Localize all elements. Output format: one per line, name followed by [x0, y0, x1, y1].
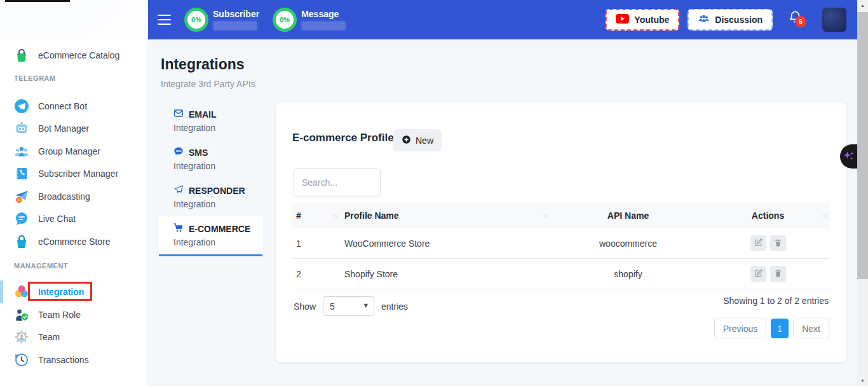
sidebar-item-connect-bot[interactable]: Connect Bot	[0, 95, 147, 118]
history-clock-icon	[14, 352, 29, 368]
sidebar-item-broadcasting[interactable]: Broadcasting	[0, 185, 147, 208]
sidebar-item-transactions[interactable]: Transactions	[0, 348, 147, 371]
message-count-redacted	[301, 21, 346, 31]
trash-icon	[774, 269, 782, 279]
new-button-label: New	[416, 135, 433, 146]
table-row: 1 WooCommerce Store woocommerce	[292, 228, 830, 259]
table-header-row: #↑↓ Profile Name↑↓ API Name Actions↑↓	[292, 203, 830, 228]
current-page-button[interactable]: 1	[771, 319, 789, 338]
sidebar-section-management: MANAGEMENT	[0, 254, 147, 277]
tab-email-integration[interactable]: EMAIL Integration	[159, 102, 262, 140]
showing-entries-text: Showing 1 to 2 of 2 entries	[723, 296, 829, 306]
users-icon	[698, 13, 710, 27]
sidebar-item-integration[interactable]: Integration	[0, 281, 147, 304]
sort-icon[interactable]: ↑↓	[543, 212, 546, 219]
sidebar-item-label: eCommerce Catalog	[38, 50, 119, 60]
sidebar-item-label: Integration	[38, 287, 84, 297]
subscriber-count-redacted	[213, 21, 257, 31]
page-title: Integrations	[161, 56, 245, 73]
vertical-scrollbar[interactable]: ▲ ▼	[857, 0, 868, 386]
trash-icon	[774, 238, 782, 249]
column-header-num[interactable]: #↑↓	[292, 203, 341, 228]
page-subtitle: Integrate 3rd Party APIs	[161, 79, 255, 89]
sidebar-logo-area	[0, 0, 147, 39]
integration-subnav: EMAIL Integration SMS SMS Integration RE…	[159, 102, 262, 256]
broadcast-plane-icon	[14, 189, 29, 204]
sidebar-item-live-chat[interactable]: Live Chat	[0, 208, 147, 231]
sidebar-item-ecommerce-store[interactable]: eCommerce Store	[0, 230, 147, 253]
gear-person-icon	[14, 329, 29, 345]
column-header-profile-name[interactable]: Profile Name↑↓	[341, 203, 550, 228]
shopping-bag-green-icon	[14, 48, 29, 63]
previous-page-button[interactable]: Previous	[714, 319, 766, 338]
sidebar-item-team[interactable]: Team	[0, 326, 147, 349]
sidebar-item-group-manager[interactable]: Group Manager	[0, 140, 147, 163]
delete-button[interactable]	[770, 266, 786, 282]
envelope-icon	[173, 108, 184, 121]
edit-button[interactable]	[750, 266, 766, 282]
page-size-control: Show 5 ▼ entries	[294, 296, 408, 316]
column-header-api-name[interactable]: API Name	[550, 203, 706, 228]
sidebar-item-label: Bot Manager	[38, 123, 89, 134]
sidebar-item-ecommerce-catalog[interactable]: eCommerce Catalog	[0, 44, 147, 67]
tab-label: RESPONDER	[189, 185, 245, 197]
message-label: Message	[301, 9, 346, 20]
edit-button[interactable]	[750, 235, 766, 251]
sidebar-item-team-role[interactable]: Team Role	[0, 303, 147, 326]
message-progress-circle: 0%	[273, 8, 297, 32]
tab-sublabel: Integration	[173, 122, 262, 134]
profile-name-cell: WooCommerce Store	[341, 228, 550, 258]
tab-sublabel: Integration	[173, 160, 262, 172]
new-profile-button[interactable]: New	[393, 129, 442, 151]
scrollbar-thumb[interactable]	[857, 12, 868, 279]
sidebar-item-label: Connect Bot	[38, 101, 87, 111]
sidebar-item-subscriber-manager[interactable]: Subscriber Manager	[0, 163, 147, 186]
shopping-bag-blue-icon	[14, 234, 29, 249]
plus-circle-icon	[402, 135, 411, 146]
sidebar-section-telegram: TELEGRAM	[0, 67, 147, 90]
table-row: 2 Shopify Store shopify	[292, 259, 830, 289]
tab-sms-integration[interactable]: SMS SMS Integration	[159, 140, 262, 178]
notification-badge: 6	[795, 16, 806, 27]
delete-button[interactable]	[770, 235, 786, 251]
tab-ecommerce-integration[interactable]: E-COMMERCE Integration	[159, 216, 262, 256]
youtube-icon	[616, 14, 629, 25]
actions-cell	[706, 259, 830, 289]
api-name-cell: woocommerce	[550, 228, 706, 258]
ecommerce-profile-card: E-commerce Profile New #↑↓ Profile Name↑…	[275, 102, 847, 362]
edit-icon	[754, 238, 763, 249]
subscriber-stat: 0% Subscriber	[184, 8, 259, 32]
api-name-cell: shopify	[550, 259, 706, 289]
card-heading: E-commerce Profile	[292, 132, 394, 144]
scroll-up-icon[interactable]: ▲	[857, 0, 868, 11]
youtube-button-label: Youtube	[634, 15, 669, 25]
search-input[interactable]	[294, 168, 381, 197]
sort-icon[interactable]: ↑↓	[822, 212, 826, 219]
youtube-button[interactable]: Youtube	[606, 9, 679, 31]
sidebar-item-label: Team	[38, 332, 60, 342]
row-number: 2	[292, 259, 341, 289]
sparkles-icon	[843, 149, 855, 164]
scroll-down-icon[interactable]: ▼	[857, 375, 868, 386]
sidebar-item-label: Subscriber Manager	[38, 169, 118, 179]
discussion-button[interactable]: Discussion	[688, 9, 773, 31]
next-page-button[interactable]: Next	[793, 319, 829, 338]
sort-icon[interactable]: ↑↓	[333, 212, 337, 219]
page-size-select[interactable]: 5	[323, 296, 374, 316]
subscriber-progress-circle: 0%	[184, 8, 208, 32]
main-content: Integrations Integrate 3rd Party APIs EM…	[148, 39, 857, 386]
sidebar-item-label: Team Role	[38, 310, 81, 320]
active-item-indicator	[0, 280, 3, 303]
paper-plane-icon	[173, 184, 184, 198]
user-avatar[interactable]	[822, 8, 846, 32]
tab-responder-integration[interactable]: RESPONDER Integration	[159, 178, 262, 216]
column-header-actions[interactable]: Actions↑↓	[706, 203, 830, 228]
role-shield-icon	[14, 307, 29, 322]
message-percent: 0%	[280, 16, 290, 24]
notification-bell[interactable]: 6	[788, 10, 804, 29]
hamburger-menu-icon[interactable]	[158, 15, 171, 25]
sidebar-item-bot-manager[interactable]: Bot Manager	[0, 118, 147, 141]
color-circles-icon	[14, 284, 29, 300]
sidebar: eCommerce Catalog TELEGRAM Connect Bot B…	[0, 0, 148, 386]
tab-sublabel: Integration	[173, 198, 262, 210]
